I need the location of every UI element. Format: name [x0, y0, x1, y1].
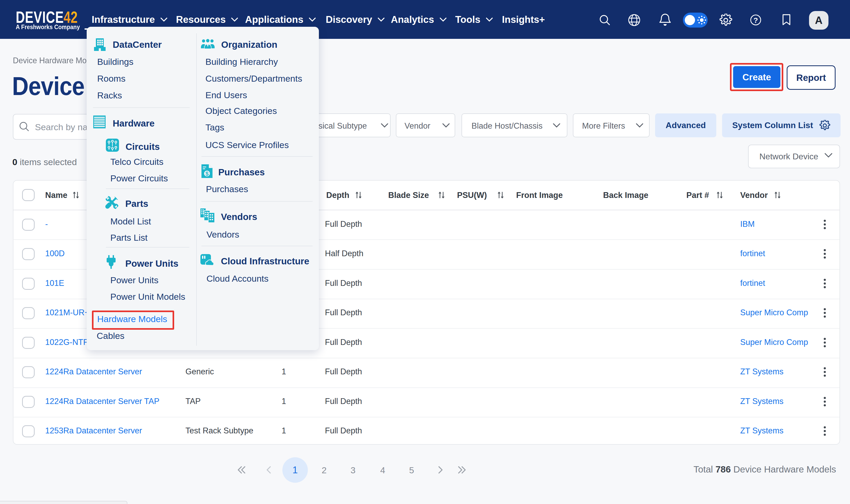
- svg-text:$: $: [206, 170, 209, 177]
